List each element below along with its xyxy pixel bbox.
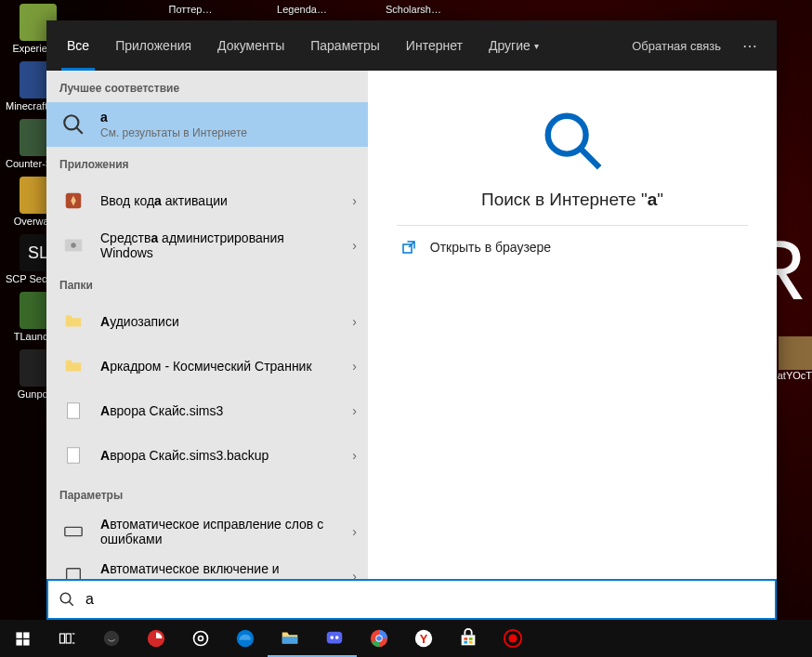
desktop-icon[interactable]: Поттер… (158, 0, 223, 19)
tab-apps[interactable]: Приложения (102, 20, 204, 71)
folder-icon (59, 352, 87, 380)
chevron-down-icon: ▾ (534, 41, 539, 51)
svg-rect-20 (16, 632, 21, 637)
file-icon (59, 441, 87, 469)
task-view-button[interactable] (45, 620, 89, 657)
chevron-right-icon: › (352, 314, 357, 329)
svg-point-4 (71, 243, 76, 248)
tablet-icon (59, 562, 87, 579)
taskbar-app-edge[interactable] (223, 620, 268, 657)
taskbar: Y (0, 620, 812, 657)
section-folders: Папки (46, 268, 368, 299)
open-in-browser-action[interactable]: Открыть в браузере (397, 226, 748, 269)
svg-rect-24 (60, 634, 65, 643)
tab-settings[interactable]: Параметры (297, 20, 393, 71)
result-title: Автоматическое включение и выключение ре… (100, 561, 339, 579)
search-input-row (46, 579, 777, 620)
taskbar-app-yandex[interactable]: Y (401, 620, 446, 657)
search-icon (59, 111, 87, 138)
chevron-right-icon: › (352, 403, 357, 418)
result-title: Аврора Скайс.sims3.backup (100, 448, 339, 463)
taskbar-app[interactable] (134, 620, 178, 657)
taskbar-app-explorer[interactable] (268, 620, 312, 657)
search-input[interactable] (85, 581, 775, 618)
svg-line-19 (69, 601, 73, 606)
action-label: Открыть в браузере (430, 240, 551, 255)
svg-point-0 (64, 115, 78, 129)
svg-point-28 (104, 631, 120, 647)
svg-text:Y: Y (420, 632, 428, 646)
svg-point-39 (376, 636, 382, 641)
taskbar-app[interactable] (89, 620, 134, 657)
result-title: Аудиозаписи (100, 314, 339, 329)
result-folder[interactable]: Аркадром - Космический Странник › (46, 344, 368, 388)
svg-line-15 (581, 149, 599, 167)
svg-rect-43 (469, 637, 473, 640)
more-options-button[interactable]: ⋯ (732, 20, 769, 71)
result-title: Ввод кода активации (100, 193, 339, 208)
svg-rect-23 (23, 639, 29, 645)
result-title: a (100, 110, 357, 125)
svg-point-36 (335, 636, 339, 639)
taskbar-app-chrome[interactable] (357, 620, 401, 657)
result-title: Средства администрирования Windows (100, 230, 339, 260)
result-folder[interactable]: Аврора Скайс.sims3.backup › (46, 433, 368, 478)
svg-point-14 (548, 116, 586, 154)
chevron-right-icon: › (352, 359, 357, 374)
results-left-column: Лучшее соответствие a См. результаты в И… (46, 71, 368, 579)
start-button[interactable] (0, 620, 45, 657)
svg-rect-6 (68, 448, 80, 464)
taskbar-app-store[interactable] (446, 620, 491, 657)
section-settings: Параметры (46, 478, 368, 509)
result-folder[interactable]: Аудиозаписи › (46, 299, 368, 344)
tab-all[interactable]: Все (54, 20, 102, 71)
svg-rect-22 (16, 639, 21, 645)
result-title: Автоматическое исправление слов с ошибка… (100, 517, 339, 546)
feedback-link[interactable]: Обратная связь (621, 20, 732, 71)
section-best-match: Лучшее соответствие (46, 71, 368, 102)
svg-rect-44 (464, 641, 467, 644)
result-folder[interactable]: Аврора Скайс.sims3 › (46, 388, 368, 433)
tab-internet[interactable]: Интернет (393, 20, 476, 71)
desktop-thumbnail[interactable] (779, 336, 812, 370)
open-external-icon (400, 239, 417, 256)
result-setting[interactable]: Автоматическое исправление слов с ошибка… (46, 509, 368, 554)
taskbar-app-discord[interactable] (312, 620, 357, 657)
keyboard-icon (59, 518, 87, 545)
result-setting[interactable]: Автоматическое включение и выключение ре… (46, 554, 368, 579)
chevron-right-icon: › (352, 448, 357, 463)
result-subtitle: См. результаты в Интернете (100, 126, 357, 139)
app-icon (59, 187, 87, 215)
chevron-right-icon: › (352, 524, 357, 539)
svg-rect-25 (66, 634, 71, 643)
desktop-icon[interactable]: Scholarsh… (381, 0, 446, 19)
svg-rect-42 (464, 637, 467, 640)
section-apps: Приложения (46, 147, 368, 178)
tab-more[interactable]: Другие▾ (476, 20, 552, 71)
desktop-thumbnail-label: atYOcT (778, 370, 812, 381)
svg-point-35 (330, 636, 334, 639)
result-title: Аркадром - Космический Странник (100, 359, 339, 374)
svg-rect-34 (327, 632, 343, 644)
search-results-body: Лучшее соответствие a См. результаты в И… (46, 71, 777, 579)
svg-rect-12 (67, 569, 81, 579)
svg-rect-5 (68, 403, 80, 419)
file-icon (59, 397, 87, 425)
taskbar-app[interactable] (178, 620, 223, 657)
chevron-right-icon: › (352, 193, 357, 208)
search-tabs-bar: Все Приложения Документы Параметры Интер… (46, 20, 777, 71)
svg-rect-45 (469, 641, 473, 644)
result-best-match[interactable]: a См. результаты в Интернете (46, 102, 368, 147)
search-icon (48, 591, 85, 608)
taskbar-app-record[interactable] (491, 620, 535, 657)
result-app[interactable]: Средства администрирования Windows › (46, 223, 368, 268)
desktop-icon[interactable]: Legenda… (269, 0, 334, 19)
search-panel: Все Приложения Документы Параметры Интер… (46, 20, 777, 620)
svg-rect-33 (282, 637, 298, 643)
desktop-icons-row: Поттер… Legenda… Scholarsh… (158, 0, 446, 19)
tab-documents[interactable]: Документы (204, 20, 297, 71)
svg-point-18 (60, 593, 71, 603)
svg-point-31 (199, 637, 203, 641)
svg-point-47 (508, 634, 517, 642)
result-app[interactable]: Ввод кода активации › (46, 178, 368, 223)
